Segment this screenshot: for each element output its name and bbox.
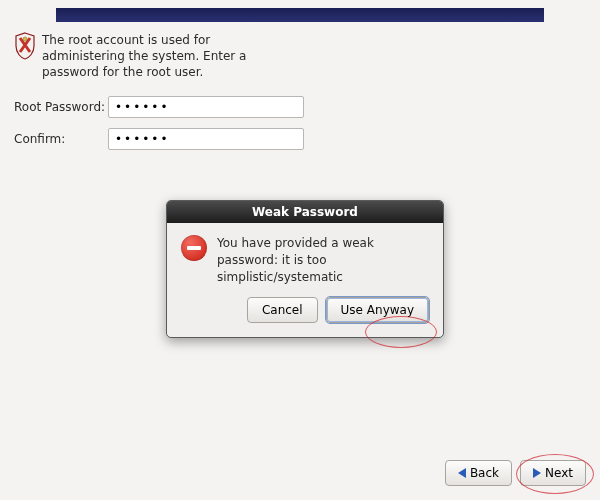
weak-password-dialog: Weak Password You have provided a weak p… (166, 200, 444, 338)
arrow-left-icon (458, 468, 466, 478)
next-label: Next (545, 466, 573, 480)
cancel-button[interactable]: Cancel (247, 297, 318, 323)
confirm-label: Confirm: (14, 132, 108, 146)
use-anyway-button[interactable]: Use Anyway (326, 297, 429, 323)
back-label: Back (470, 466, 499, 480)
nav-buttons: Back Next (445, 460, 586, 486)
shield-icon (14, 32, 36, 60)
next-button[interactable]: Next (520, 460, 586, 486)
root-password-input[interactable] (108, 96, 304, 118)
dialog-title: Weak Password (167, 201, 443, 223)
confirm-input[interactable] (108, 128, 304, 150)
error-icon (181, 235, 207, 261)
back-button[interactable]: Back (445, 460, 512, 486)
svg-point-0 (23, 37, 27, 41)
intro-text: The root account is used for administeri… (42, 32, 254, 81)
arrow-right-icon (533, 468, 541, 478)
root-password-label: Root Password: (14, 100, 108, 114)
header-bar (56, 8, 544, 22)
dialog-message: You have provided a weak password: it is… (217, 235, 429, 285)
intro-block: The root account is used for administeri… (14, 32, 254, 81)
password-form: Root Password: Confirm: (14, 96, 304, 160)
